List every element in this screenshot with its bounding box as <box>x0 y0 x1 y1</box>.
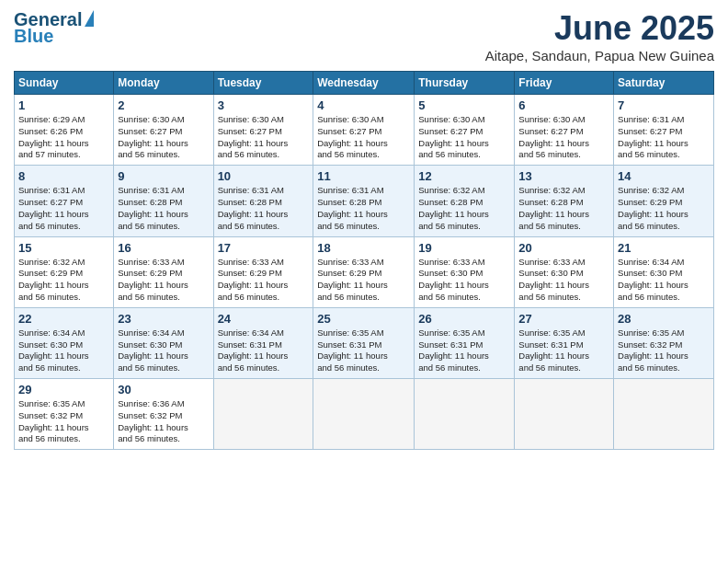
day-info: Sunrise: 6:30 AM Sunset: 6:27 PM Dayligh… <box>518 114 609 161</box>
calendar-cell: 9Sunrise: 6:31 AM Sunset: 6:28 PM Daylig… <box>114 166 213 236</box>
calendar-cell: 16Sunrise: 6:33 AM Sunset: 6:29 PM Dayli… <box>114 236 213 307</box>
calendar-cell: 3Sunrise: 6:30 AM Sunset: 6:27 PM Daylig… <box>213 95 313 166</box>
day-info: Sunrise: 6:30 AM Sunset: 6:27 PM Dayligh… <box>218 114 310 161</box>
calendar-cell: 15Sunrise: 6:32 AM Sunset: 6:29 PM Dayli… <box>15 236 114 307</box>
calendar-cell: 19Sunrise: 6:33 AM Sunset: 6:30 PM Dayli… <box>415 236 515 307</box>
day-number: 14 <box>618 169 710 183</box>
calendar-cell: 12Sunrise: 6:32 AM Sunset: 6:28 PM Dayli… <box>415 166 515 236</box>
calendar-week-2: 15Sunrise: 6:32 AM Sunset: 6:29 PM Dayli… <box>15 236 714 307</box>
day-info: Sunrise: 6:31 AM Sunset: 6:27 PM Dayligh… <box>618 114 710 161</box>
day-number: 5 <box>418 98 510 112</box>
calendar-cell: 1Sunrise: 6:29 AM Sunset: 6:26 PM Daylig… <box>15 95 114 166</box>
day-number: 20 <box>518 241 609 255</box>
day-info: Sunrise: 6:32 AM Sunset: 6:29 PM Dayligh… <box>18 257 109 304</box>
day-info: Sunrise: 6:32 AM Sunset: 6:28 PM Dayligh… <box>418 185 510 232</box>
calendar-cell <box>515 379 614 450</box>
calendar-cell: 6Sunrise: 6:30 AM Sunset: 6:27 PM Daylig… <box>515 95 614 166</box>
day-info: Sunrise: 6:35 AM Sunset: 6:32 PM Dayligh… <box>618 327 710 374</box>
calendar-cell: 7Sunrise: 6:31 AM Sunset: 6:27 PM Daylig… <box>614 95 714 166</box>
calendar-cell <box>415 379 515 450</box>
day-info: Sunrise: 6:34 AM Sunset: 6:30 PM Dayligh… <box>618 257 710 304</box>
header-day-monday: Monday <box>114 72 213 95</box>
day-number: 30 <box>118 383 209 396</box>
day-info: Sunrise: 6:30 AM Sunset: 6:27 PM Dayligh… <box>317 114 410 161</box>
calendar-cell: 21Sunrise: 6:34 AM Sunset: 6:30 PM Dayli… <box>614 236 714 307</box>
calendar-cell: 23Sunrise: 6:34 AM Sunset: 6:30 PM Dayli… <box>114 307 213 378</box>
day-number: 1 <box>18 98 109 112</box>
day-info: Sunrise: 6:31 AM Sunset: 6:28 PM Dayligh… <box>118 185 209 232</box>
calendar-cell: 26Sunrise: 6:35 AM Sunset: 6:31 PM Dayli… <box>415 307 515 378</box>
calendar-week-3: 22Sunrise: 6:34 AM Sunset: 6:30 PM Dayli… <box>15 307 714 378</box>
day-number: 27 <box>518 312 609 326</box>
calendar-cell <box>213 379 313 450</box>
day-number: 22 <box>18 312 109 326</box>
day-info: Sunrise: 6:29 AM Sunset: 6:26 PM Dayligh… <box>18 114 109 161</box>
calendar-cell: 5Sunrise: 6:30 AM Sunset: 6:27 PM Daylig… <box>415 95 515 166</box>
day-number: 12 <box>418 169 510 183</box>
day-info: Sunrise: 6:36 AM Sunset: 6:32 PM Dayligh… <box>118 398 209 445</box>
header-day-friday: Friday <box>515 72 614 95</box>
day-number: 2 <box>118 98 209 112</box>
day-info: Sunrise: 6:34 AM Sunset: 6:31 PM Dayligh… <box>218 327 310 374</box>
calendar-cell <box>614 379 714 450</box>
header-day-wednesday: Wednesday <box>313 72 415 95</box>
calendar-cell <box>313 379 415 450</box>
calendar-cell: 29Sunrise: 6:35 AM Sunset: 6:32 PM Dayli… <box>15 379 114 450</box>
day-number: 28 <box>618 312 710 326</box>
header: General Blue June 2025 Aitape, Sandaun, … <box>14 9 714 63</box>
header-day-tuesday: Tuesday <box>213 72 313 95</box>
calendar-cell: 10Sunrise: 6:31 AM Sunset: 6:28 PM Dayli… <box>213 166 313 236</box>
calendar-header: SundayMondayTuesdayWednesdayThursdayFrid… <box>15 72 714 95</box>
calendar-body: 1Sunrise: 6:29 AM Sunset: 6:26 PM Daylig… <box>15 95 714 450</box>
day-info: Sunrise: 6:30 AM Sunset: 6:27 PM Dayligh… <box>118 114 209 161</box>
day-info: Sunrise: 6:32 AM Sunset: 6:29 PM Dayligh… <box>618 185 710 232</box>
header-row: SundayMondayTuesdayWednesdayThursdayFrid… <box>15 72 714 95</box>
day-info: Sunrise: 6:31 AM Sunset: 6:27 PM Dayligh… <box>18 185 109 232</box>
calendar-cell: 13Sunrise: 6:32 AM Sunset: 6:28 PM Dayli… <box>515 166 614 236</box>
day-info: Sunrise: 6:33 AM Sunset: 6:30 PM Dayligh… <box>418 257 510 304</box>
calendar-cell: 28Sunrise: 6:35 AM Sunset: 6:32 PM Dayli… <box>614 307 714 378</box>
day-number: 16 <box>118 241 209 255</box>
day-info: Sunrise: 6:35 AM Sunset: 6:31 PM Dayligh… <box>418 327 510 374</box>
calendar-cell: 27Sunrise: 6:35 AM Sunset: 6:31 PM Dayli… <box>515 307 614 378</box>
day-number: 10 <box>218 169 310 183</box>
title-block: June 2025 Aitape, Sandaun, Papua New Gui… <box>485 9 714 63</box>
day-info: Sunrise: 6:31 AM Sunset: 6:28 PM Dayligh… <box>218 185 310 232</box>
day-number: 15 <box>18 241 109 255</box>
day-info: Sunrise: 6:33 AM Sunset: 6:29 PM Dayligh… <box>317 257 410 304</box>
logo-text-blue: Blue <box>14 26 53 46</box>
day-info: Sunrise: 6:32 AM Sunset: 6:28 PM Dayligh… <box>518 185 609 232</box>
calendar-week-1: 8Sunrise: 6:31 AM Sunset: 6:27 PM Daylig… <box>15 166 714 236</box>
calendar-cell: 4Sunrise: 6:30 AM Sunset: 6:27 PM Daylig… <box>313 95 415 166</box>
day-number: 11 <box>317 169 410 183</box>
subtitle: Aitape, Sandaun, Papua New Guinea <box>485 48 714 63</box>
day-number: 17 <box>218 241 310 255</box>
calendar-cell: 22Sunrise: 6:34 AM Sunset: 6:30 PM Dayli… <box>15 307 114 378</box>
day-info: Sunrise: 6:31 AM Sunset: 6:28 PM Dayligh… <box>317 185 410 232</box>
calendar-cell: 20Sunrise: 6:33 AM Sunset: 6:30 PM Dayli… <box>515 236 614 307</box>
page: General Blue June 2025 Aitape, Sandaun, … <box>0 0 728 563</box>
day-number: 26 <box>418 312 510 326</box>
calendar-table: SundayMondayTuesdayWednesdayThursdayFrid… <box>14 71 714 450</box>
day-info: Sunrise: 6:30 AM Sunset: 6:27 PM Dayligh… <box>418 114 510 161</box>
calendar-cell: 11Sunrise: 6:31 AM Sunset: 6:28 PM Dayli… <box>313 166 415 236</box>
header-day-saturday: Saturday <box>614 72 714 95</box>
calendar-week-4: 29Sunrise: 6:35 AM Sunset: 6:32 PM Dayli… <box>15 379 714 450</box>
calendar-cell: 18Sunrise: 6:33 AM Sunset: 6:29 PM Dayli… <box>313 236 415 307</box>
header-day-sunday: Sunday <box>15 72 114 95</box>
month-title: June 2025 <box>485 9 714 48</box>
day-number: 4 <box>317 98 410 112</box>
day-number: 3 <box>218 98 310 112</box>
day-number: 19 <box>418 241 510 255</box>
day-number: 24 <box>218 312 310 326</box>
day-info: Sunrise: 6:33 AM Sunset: 6:29 PM Dayligh… <box>118 257 209 304</box>
day-info: Sunrise: 6:35 AM Sunset: 6:32 PM Dayligh… <box>18 398 109 445</box>
calendar-cell: 24Sunrise: 6:34 AM Sunset: 6:31 PM Dayli… <box>213 307 313 378</box>
logo-triangle-icon <box>85 10 94 27</box>
day-number: 18 <box>317 241 410 255</box>
calendar-cell: 30Sunrise: 6:36 AM Sunset: 6:32 PM Dayli… <box>114 379 213 450</box>
day-info: Sunrise: 6:34 AM Sunset: 6:30 PM Dayligh… <box>118 327 209 374</box>
day-number: 7 <box>618 98 710 112</box>
day-number: 9 <box>118 169 209 183</box>
calendar-cell: 2Sunrise: 6:30 AM Sunset: 6:27 PM Daylig… <box>114 95 213 166</box>
